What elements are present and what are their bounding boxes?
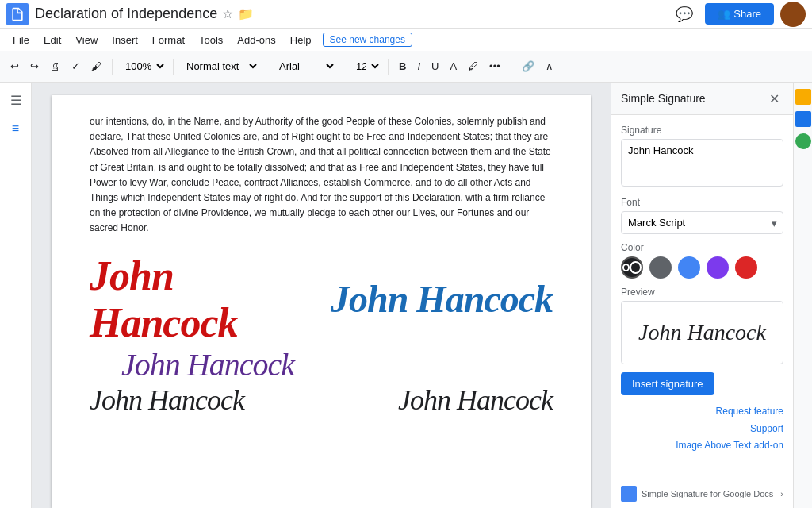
sidebar-icon-pages[interactable]: ☰ bbox=[5, 89, 27, 111]
print-button[interactable]: 🖨 bbox=[46, 58, 64, 75]
document-body-text: our intentions, do, in the Name, and by … bbox=[90, 114, 553, 237]
menu-help[interactable]: Help bbox=[284, 33, 318, 48]
color-swatch-blue[interactable] bbox=[678, 256, 700, 279]
panel-footer-text: Simple Signature for Google Docs bbox=[642, 489, 773, 498]
sidebar-icon-outline[interactable]: ≡ bbox=[5, 117, 27, 140]
menu-tools[interactable]: Tools bbox=[193, 33, 229, 48]
right-vertical-bar bbox=[793, 83, 812, 508]
signature-row-1: John Hancock John Hancock bbox=[90, 252, 553, 346]
toolbar: ↩ ↪ 🖨 ✓ 🖌 100% Normal text Arial 12 B I … bbox=[0, 51, 812, 83]
menu-edit[interactable]: Edit bbox=[37, 33, 67, 48]
share-icon: 👥 bbox=[718, 8, 730, 20]
signature-field-group: Signature John Hancock bbox=[621, 125, 783, 189]
menu-insert[interactable]: Insert bbox=[105, 33, 144, 48]
user-avatar[interactable] bbox=[780, 2, 806, 27]
panel-expand-icon[interactable]: › bbox=[780, 489, 783, 498]
font-size-select[interactable]: 12 bbox=[350, 58, 381, 75]
chat-icon[interactable]: 💬 bbox=[670, 0, 699, 29]
title-bar: Declaration of Independence ☆ 📁 💬 👥 Shar… bbox=[0, 0, 812, 29]
panel-footer-icon bbox=[621, 486, 637, 502]
menu-bar: File Edit View Insert Format Tools Add-o… bbox=[0, 29, 812, 51]
toolbar-separator-4 bbox=[343, 59, 343, 75]
menu-file[interactable]: File bbox=[6, 33, 36, 48]
simple-signature-panel: Simple Signature ✕ Signature John Hancoc… bbox=[611, 83, 793, 508]
font-dropdown-wrap: Marck Script Dancing Script Pacifico bbox=[621, 211, 783, 234]
highlight-button[interactable]: 🖊 bbox=[464, 58, 482, 75]
panel-links: Request feature Support Image Above Text… bbox=[621, 403, 783, 455]
support-link[interactable]: Support bbox=[621, 421, 783, 438]
text-color-button[interactable]: A bbox=[446, 58, 461, 75]
menu-addons[interactable]: Add-ons bbox=[231, 33, 282, 48]
right-bar-icons bbox=[795, 83, 811, 149]
document-page: our intentions, do, in the Name, and by … bbox=[52, 95, 591, 508]
signature-black-2: John Hancock bbox=[321, 383, 553, 417]
folder-icon[interactable]: 📁 bbox=[238, 6, 254, 21]
share-button[interactable]: 👥 Share bbox=[705, 3, 774, 25]
redo-button[interactable]: ↪ bbox=[26, 58, 43, 75]
signature-red: John Hancock bbox=[90, 252, 321, 346]
font-dropdown[interactable]: Marck Script Dancing Script Pacifico bbox=[621, 211, 783, 234]
signature-row-2: John Hancock bbox=[90, 346, 553, 383]
request-feature-link[interactable]: Request feature bbox=[621, 403, 783, 421]
toolbar-separator-1 bbox=[112, 59, 113, 75]
signatures-area: John Hancock John Hancock John Hancock J… bbox=[90, 252, 553, 417]
title-icons: ☆ 📁 bbox=[222, 6, 254, 21]
menu-view[interactable]: View bbox=[69, 33, 104, 48]
panel-footer: Simple Signature for Google Docs › bbox=[611, 479, 793, 508]
preview-box: John Hancock bbox=[621, 301, 783, 364]
document-title: Declaration of Independence bbox=[35, 6, 217, 22]
underline-button[interactable]: U bbox=[427, 58, 442, 75]
see-new-changes-btn[interactable]: See new changes bbox=[323, 33, 412, 47]
color-row bbox=[621, 256, 783, 279]
right-bar-icon-2[interactable] bbox=[795, 111, 811, 127]
right-bar-icon-1[interactable] bbox=[795, 89, 811, 105]
document-area: our intentions, do, in the Name, and by … bbox=[32, 83, 611, 508]
link-button[interactable]: 🔗 bbox=[518, 58, 538, 75]
font-field-group: Font Marck Script Dancing Script Pacific… bbox=[621, 197, 783, 234]
bold-button[interactable]: B bbox=[395, 58, 410, 75]
text-style-select[interactable]: Normal text bbox=[180, 58, 259, 75]
header-right: 💬 👥 Share bbox=[670, 0, 806, 29]
main-layout: ☰ ≡ our intentions, do, in the Name, and… bbox=[0, 83, 812, 508]
toolbar-separator-3 bbox=[266, 59, 266, 75]
signature-field-label: Signature bbox=[621, 125, 783, 136]
image-above-text-link[interactable]: Image Above Text add-on bbox=[621, 437, 783, 455]
font-select[interactable]: Arial bbox=[273, 58, 336, 75]
spellcheck-button[interactable]: ✓ bbox=[67, 58, 84, 75]
doc-icon bbox=[6, 3, 29, 25]
preview-signature: John Hancock bbox=[638, 320, 766, 345]
font-field-label: Font bbox=[621, 197, 783, 208]
left-sidebar: ☰ ≡ bbox=[0, 83, 32, 508]
share-label: Share bbox=[733, 8, 761, 20]
signature-blue: John Hancock bbox=[321, 277, 553, 321]
menu-format[interactable]: Format bbox=[146, 33, 191, 48]
undo-button[interactable]: ↩ bbox=[6, 58, 23, 75]
signature-input[interactable]: John Hancock bbox=[621, 139, 783, 187]
preview-label: Preview bbox=[621, 287, 783, 298]
panel-content: Signature John Hancock Font Marck Script… bbox=[611, 115, 793, 479]
panel-header: Simple Signature ✕ bbox=[611, 83, 793, 115]
panel-title: Simple Signature bbox=[621, 92, 706, 105]
color-swatch-purple[interactable] bbox=[707, 256, 729, 279]
paint-format-button[interactable]: 🖌 bbox=[87, 58, 105, 75]
signature-row-3: John Hancock John Hancock bbox=[90, 383, 553, 417]
preview-group: Preview John Hancock bbox=[621, 287, 783, 364]
toolbar-separator-6 bbox=[511, 59, 511, 75]
toolbar-separator-5 bbox=[388, 59, 389, 75]
right-bar-icon-3[interactable] bbox=[795, 133, 811, 149]
zoom-select[interactable]: 100% bbox=[119, 58, 167, 75]
color-field-label: Color bbox=[621, 242, 783, 253]
google-docs-icon bbox=[10, 6, 25, 22]
more-options-button[interactable]: ••• bbox=[485, 58, 504, 75]
collapse-toolbar-button[interactable]: ∧ bbox=[542, 58, 557, 75]
toolbar-separator-2 bbox=[173, 59, 174, 75]
italic-button[interactable]: I bbox=[413, 58, 424, 75]
signature-black-1: John Hancock bbox=[90, 383, 321, 417]
color-swatch-red[interactable] bbox=[735, 256, 757, 279]
color-swatch-gray[interactable] bbox=[649, 256, 672, 279]
panel-close-button[interactable]: ✕ bbox=[764, 89, 783, 108]
star-icon[interactable]: ☆ bbox=[222, 6, 233, 21]
insert-signature-button[interactable]: Insert signature bbox=[621, 372, 714, 395]
color-field-group: Color bbox=[621, 242, 783, 279]
color-swatch-black[interactable] bbox=[621, 256, 643, 279]
